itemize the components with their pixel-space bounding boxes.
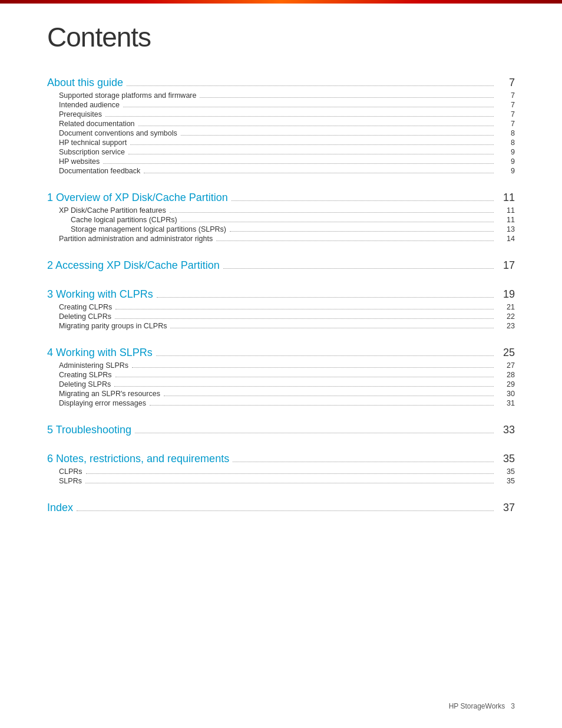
- toc-sub-page: 27: [497, 361, 515, 370]
- toc-section-ch1: 1 Overview of XP Disk/Cache Partition11X…: [47, 192, 515, 243]
- toc-chapter-link-ch6[interactable]: 6 Notes, restrictions, and requirements: [47, 453, 229, 465]
- toc-section-ch6: 6 Notes, restrictions, and requirements3…: [47, 453, 515, 485]
- toc-sub-row: HP websites9: [47, 157, 515, 166]
- toc-chapter-link-ch1[interactable]: 1 Overview of XP Disk/Cache Partition: [47, 192, 228, 204]
- toc-sub-dots: [150, 405, 494, 406]
- toc-sub-page: 31: [497, 399, 515, 407]
- toc-section-ch5: 5 Troubleshooting33: [47, 424, 515, 436]
- toc-sub-page: 35: [497, 467, 515, 476]
- toc-dots: [223, 268, 494, 269]
- toc-sub-dots: [115, 309, 494, 309]
- toc-sub-dots: [115, 377, 494, 377]
- content-area: Contents About this guide7Supported stor…: [0, 4, 562, 554]
- toc-sub-row: Migrating parity groups in CLPRs23: [47, 322, 515, 330]
- footer: HP StorageWorks 3: [449, 702, 515, 710]
- toc-chapter-link-ch3[interactable]: 3 Working with CLPRs: [47, 288, 153, 301]
- toc-sub-title: SLPRs: [59, 477, 82, 485]
- toc-sub-page: 11: [497, 216, 515, 224]
- toc-chapter-row: 1 Overview of XP Disk/Cache Partition11: [47, 192, 515, 204]
- toc-page-num: 33: [497, 424, 515, 436]
- toc-dots: [77, 510, 494, 511]
- toc-chapter-row: 3 Working with CLPRs19: [47, 288, 515, 301]
- toc-section-ch2: 2 Accessing XP Disk/Cache Partition17: [47, 259, 515, 272]
- toc-sub-title: HP technical support: [59, 139, 127, 147]
- toc-sub-page: 9: [497, 148, 515, 156]
- toc-chapter-row: 4 Working with SLPRs25: [47, 347, 515, 359]
- toc-dots: [157, 297, 494, 298]
- toc-container: About this guide7Supported storage platf…: [47, 77, 515, 514]
- toc-sub-dots: [132, 367, 494, 368]
- toc-sub-page: 29: [497, 380, 515, 388]
- toc-sub-page: 7: [497, 110, 515, 118]
- toc-sub-row: Deleting SLPRs29: [47, 380, 515, 388]
- page-title: Contents: [47, 21, 515, 53]
- toc-chapter-link-ch2[interactable]: 2 Accessing XP Disk/Cache Partition: [47, 259, 220, 272]
- toc-sub-page: 23: [497, 322, 515, 330]
- toc-sub-title: Migrating an SLPR's resources: [59, 390, 160, 398]
- toc-sub-dots: [105, 116, 494, 117]
- toc-sub-row: Deleting CLPRs22: [47, 312, 515, 321]
- toc-sub-dots: [86, 473, 494, 474]
- toc-chapter-link-ch5[interactable]: 5 Troubleshooting: [47, 424, 131, 436]
- toc-sub-dots: [170, 212, 494, 213]
- toc-sub-title: Administering SLPRs: [59, 361, 128, 370]
- toc-sub-page: 21: [497, 303, 515, 311]
- toc-sub-page: 7: [497, 91, 515, 100]
- toc-sub-page: 30: [497, 390, 515, 398]
- toc-sub-title: Subscription service: [59, 148, 125, 156]
- toc-sub-row: XP Disk/Cache Partition features11: [47, 206, 515, 215]
- toc-sub-row: Storage management logical partitions (S…: [47, 225, 515, 233]
- toc-sub-page: 22: [497, 312, 515, 321]
- toc-sub-title: Migrating parity groups in CLPRs: [59, 322, 167, 330]
- toc-page-num: 7: [497, 77, 515, 89]
- toc-chapter-row: 2 Accessing XP Disk/Cache Partition17: [47, 259, 515, 272]
- toc-sub-row: Documentation feedback9: [47, 167, 515, 175]
- toc-sub-dots: [164, 396, 494, 396]
- toc-sub-row: Intended audience7: [47, 101, 515, 109]
- toc-page-num: 19: [497, 288, 515, 301]
- toc-sub-row: Partition administration and administrat…: [47, 235, 515, 243]
- toc-sub-page: 9: [497, 167, 515, 175]
- toc-sub-title: Cache logical partitions (CLPRs): [71, 216, 177, 224]
- toc-sub-title: Partition administration and administrat…: [59, 235, 213, 243]
- toc-page-num: 11: [497, 192, 515, 204]
- toc-sub-row: SLPRs35: [47, 477, 515, 485]
- toc-section-ch3: 3 Working with CLPRs19Creating CLPRs21De…: [47, 288, 515, 330]
- toc-sub-title: Creating CLPRs: [59, 303, 112, 311]
- toc-sub-dots: [115, 318, 494, 319]
- toc-sub-page: 35: [497, 477, 515, 485]
- toc-page-num: 37: [497, 502, 515, 514]
- toc-sub-row: Administering SLPRs27: [47, 361, 515, 370]
- toc-sub-row: HP technical support8: [47, 139, 515, 147]
- toc-page-num: 35: [497, 453, 515, 465]
- toc-sub-row: Related documentation7: [47, 120, 515, 128]
- toc-sub-dots: [230, 231, 494, 232]
- toc-sub-title: Deleting SLPRs: [59, 380, 111, 388]
- toc-sub-dots: [103, 163, 494, 164]
- toc-sub-row: Migrating an SLPR's resources30: [47, 390, 515, 398]
- toc-sub-row: Prerequisites7: [47, 110, 515, 118]
- toc-chapter-link-about[interactable]: About this guide: [47, 77, 123, 89]
- toc-chapter-link-index[interactable]: Index: [47, 502, 73, 514]
- toc-sub-title: Creating SLPRs: [59, 371, 112, 379]
- toc-sub-dots: [138, 126, 494, 126]
- toc-sub-page: 8: [497, 139, 515, 147]
- toc-chapter-row: 5 Troubleshooting33: [47, 424, 515, 436]
- toc-sub-page: 11: [497, 206, 515, 215]
- toc-section-ch4: 4 Working with SLPRs25Administering SLPR…: [47, 347, 515, 407]
- toc-dots: [232, 200, 494, 201]
- toc-sub-page: 28: [497, 371, 515, 379]
- toc-sub-title: Related documentation: [59, 120, 135, 128]
- toc-sub-dots: [123, 107, 494, 107]
- toc-sub-title: Intended audience: [59, 101, 120, 109]
- toc-sub-dots: [181, 222, 494, 222]
- toc-sub-dots: [170, 328, 494, 328]
- toc-sub-title: Document conventions and symbols: [59, 129, 177, 137]
- toc-chapter-link-ch4[interactable]: 4 Working with SLPRs: [47, 347, 153, 359]
- toc-dots: [233, 462, 494, 462]
- toc-sub-dots: [200, 97, 494, 98]
- toc-sub-page: 14: [497, 235, 515, 243]
- toc-sub-page: 7: [497, 101, 515, 109]
- toc-dots: [135, 433, 494, 433]
- toc-sub-row: Cache logical partitions (CLPRs)11: [47, 216, 515, 224]
